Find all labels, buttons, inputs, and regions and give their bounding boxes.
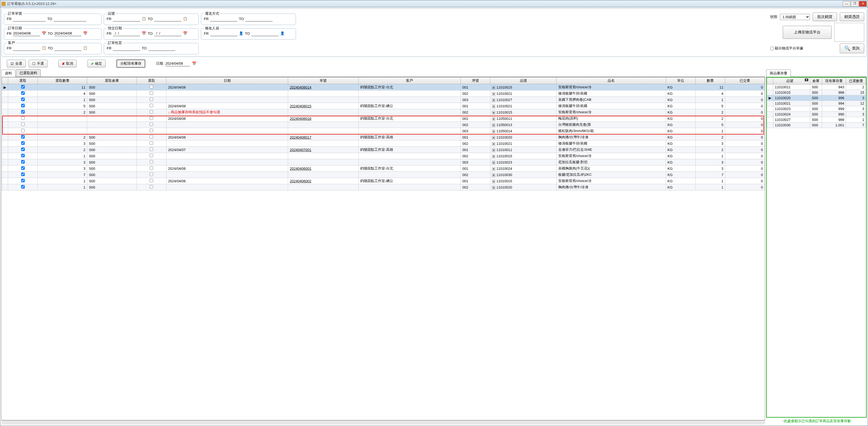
- select-none-button[interactable]: ☐不選: [29, 60, 48, 67]
- filter-product-no: 品號 FR 📋 TO 📋: [104, 13, 199, 25]
- col-unit[interactable]: 單位: [666, 78, 695, 84]
- order-date-fr-input[interactable]: [13, 31, 40, 36]
- tab-selected[interactable]: 已選取資料: [16, 69, 41, 77]
- col-sel_qty[interactable]: 選取數量: [38, 78, 87, 84]
- alloc-stock-button[interactable]: 分配現有庫存: [117, 59, 145, 68]
- col-sel1[interactable]: 選取: [8, 78, 38, 84]
- close-button[interactable]: ✕: [859, 1, 867, 6]
- search-button[interactable]: 🔍查詢: [840, 44, 864, 53]
- stock-row[interactable]: 11010024S009903: [767, 112, 866, 117]
- stock-grid[interactable]: 品號 ▼倉庫現有庫存量已選數量 11010011S00943211010015S…: [767, 78, 866, 128]
- tab-stock[interactable]: 商品庫存量: [766, 69, 791, 77]
- col-seq[interactable]: 序號: [461, 78, 490, 84]
- modifier-to-input[interactable]: [251, 31, 279, 36]
- lookup-icon[interactable]: 📋: [42, 46, 46, 50]
- order-type-to-input[interactable]: [148, 46, 176, 51]
- table-row[interactable]: 3S002024/04/0620240406001鈞陽甜點工作室-台北001⊞1…: [2, 166, 765, 172]
- order-no-fr-input[interactable]: [13, 16, 45, 22]
- product-no-fr-input[interactable]: [113, 16, 140, 22]
- calendar-icon[interactable]: 📅: [183, 31, 187, 36]
- table-row[interactable]: 3S00003⊞11010023尼加拉瓜板腱-對切KG30: [2, 159, 765, 166]
- calendar-icon[interactable]: 📅: [192, 61, 196, 66]
- stock-row[interactable]: 11010027S009881: [767, 117, 866, 122]
- ship-method-to-input[interactable]: [245, 16, 273, 22]
- table-row[interactable]: 7S00002⊞11010030板腱/尼加拉瓜/約2KCKG70: [2, 172, 765, 178]
- table-row[interactable]: ▶11S002024/04/0820240408014鈞陽甜點工作室-台北001…: [2, 84, 765, 90]
- col-sel2[interactable]: 選取: [136, 78, 166, 84]
- table-row[interactable]: 002⊞11050013台灣豬前腿肉充卷(重KG50: [2, 122, 765, 128]
- table-row[interactable]: 5S002024/04/0820240408015鈞陽甜點工作室-總公001⊞1…: [2, 103, 765, 109]
- confirm-icon: ✔: [91, 62, 94, 66]
- ship-method-fr-input[interactable]: [210, 16, 237, 22]
- select-none-icon: ☐: [32, 62, 36, 65]
- lookup-icon[interactable]: 📋: [142, 17, 146, 21]
- product-no-to-input[interactable]: [154, 16, 181, 22]
- stock-grid-wrap[interactable]: 品號 ▼倉庫現有庫存量已選數量 11010011S00943211010015S…: [766, 77, 867, 418]
- table-row[interactable]: 3S00002⊞11010021修清板腱牛排/美國KG30: [2, 140, 765, 147]
- lookup-icon[interactable]: 📋: [183, 17, 187, 21]
- col-prod_name[interactable]: 品名: [556, 78, 666, 84]
- person-icon[interactable]: 👤: [239, 31, 243, 36]
- col-prod_no[interactable]: 品號: [490, 78, 556, 84]
- calendar-icon[interactable]: 📅: [142, 31, 146, 36]
- maximize-button[interactable]: ❐: [851, 1, 859, 6]
- modifier-fr-input[interactable]: [210, 31, 237, 36]
- toolbar-date-label: 日期: [156, 61, 163, 66]
- h-scrollbar[interactable]: [1, 420, 765, 425]
- col-doc_no[interactable]: 單號: [288, 78, 359, 84]
- confirm-button[interactable]: ✔確定: [87, 60, 105, 67]
- lookup-icon[interactable]: 📋: [83, 46, 87, 50]
- stock-col-onhand[interactable]: 現有庫存量: [822, 78, 846, 85]
- search-icon: 🔍: [844, 46, 850, 51]
- col-date[interactable]: 日期: [166, 78, 288, 84]
- stock-row[interactable]: ▶11010020S009963: [767, 95, 866, 101]
- main-grid-wrap[interactable]: 選取選取數量選取倉庫選取日期單號客戶序號品號品名單位數量已交量 ▶11S0020…: [1, 77, 765, 420]
- table-row[interactable]: 2S002024/04/0820240408017鈞陽甜點工作室-高雄001⊞1…: [2, 134, 765, 140]
- table-row[interactable]: 1S00003⊞11010027美國下肩胛肉卷(CABKG10: [2, 97, 765, 103]
- person-icon[interactable]: 👤: [280, 31, 284, 36]
- table-row[interactable]: 1S002024/04/0620240406002鈞陽甜點工作室-總公001⊞1…: [2, 178, 765, 184]
- upload-logistics-button[interactable]: 上傳至物流平台: [783, 26, 832, 39]
- calendar-icon[interactable]: 📅: [83, 31, 87, 36]
- due-date-fr-input[interactable]: [113, 31, 140, 36]
- stock-row[interactable]: 11010011S009432: [767, 85, 866, 90]
- table-row[interactable]: 003⊞11050014豬松阪肉/3mm/6KG/箱KG10: [2, 128, 765, 134]
- batch-sale-button[interactable]: 批次銷貨: [813, 12, 837, 21]
- stock-row[interactable]: 11010021S0099412: [767, 101, 866, 106]
- order-no-to-input[interactable]: [54, 16, 86, 22]
- stock-row[interactable]: 11010015S0098815: [767, 90, 866, 95]
- stock-col-prod_no[interactable]: 品號 ▼: [773, 78, 810, 85]
- minimize-button[interactable]: —: [843, 1, 850, 6]
- stock-row[interactable]: 11010023S009993: [767, 106, 866, 112]
- tab-data[interactable]: 資料: [1, 69, 16, 77]
- filter-customer: 客戶 FR 📋 TO 📋: [4, 43, 101, 54]
- table-row[interactable]: 2024/04/0820240408016鈞陽甜點工作室-台北001⊞11050…: [2, 115, 765, 122]
- cancel-button[interactable]: ✘取消: [58, 60, 76, 67]
- due-date-to-input[interactable]: [154, 31, 181, 36]
- col-qty[interactable]: 數量: [695, 78, 725, 84]
- table-row[interactable]: 2S002024/04/0720240407001鈞陽甜點工作室-高雄001⊞1…: [2, 147, 765, 153]
- table-row[interactable]: 1S00002⊞11010020胸肉捲/台灣牛/冷凍KG10: [2, 184, 765, 191]
- sale-voucher-button[interactable]: 銷貨憑證: [840, 12, 864, 21]
- main-grid[interactable]: 選取選取數量選取倉庫選取日期單號客戶序號品號品名單位數量已交量 ▶11S0020…: [2, 77, 765, 191]
- table-row[interactable]: 2S00↓ 商品無庫存時系統預設不會勾選002⊞11010015安格斯背肩/ch…: [2, 109, 765, 115]
- col-mark[interactable]: [2, 78, 8, 84]
- col-sel_wh[interactable]: 選取倉庫: [87, 78, 136, 84]
- toolbar-date-input[interactable]: [165, 61, 190, 66]
- table-row[interactable]: 4S00002⊞11010021修清板腱牛排/美國KG40: [2, 90, 765, 97]
- stock-col-wh[interactable]: 倉庫: [810, 78, 822, 85]
- status-select[interactable]: 1.待銷貨: [780, 14, 810, 20]
- order-date-to-input[interactable]: [54, 31, 82, 36]
- customer-to-input[interactable]: [54, 46, 82, 51]
- col-delivered[interactable]: 已交量: [725, 78, 765, 84]
- stock-row[interactable]: 11010030S001,0017: [767, 122, 866, 128]
- select-all-button[interactable]: ☑全選: [7, 60, 26, 67]
- table-row[interactable]: 1S00002⊞11010015安格斯背肩/choice/冷KG10: [2, 153, 765, 159]
- stock-col-selected_qty[interactable]: 已選數量: [846, 78, 866, 85]
- customer-fr-input[interactable]: [13, 46, 40, 51]
- order-type-fr-input[interactable]: [113, 46, 140, 51]
- show-logistics-checkbox[interactable]: 顯示物流平台單據: [770, 46, 803, 51]
- calendar-icon[interactable]: 📅: [42, 31, 46, 36]
- col-customer[interactable]: 客戶: [359, 78, 461, 84]
- cancel-icon: ✘: [62, 62, 65, 66]
